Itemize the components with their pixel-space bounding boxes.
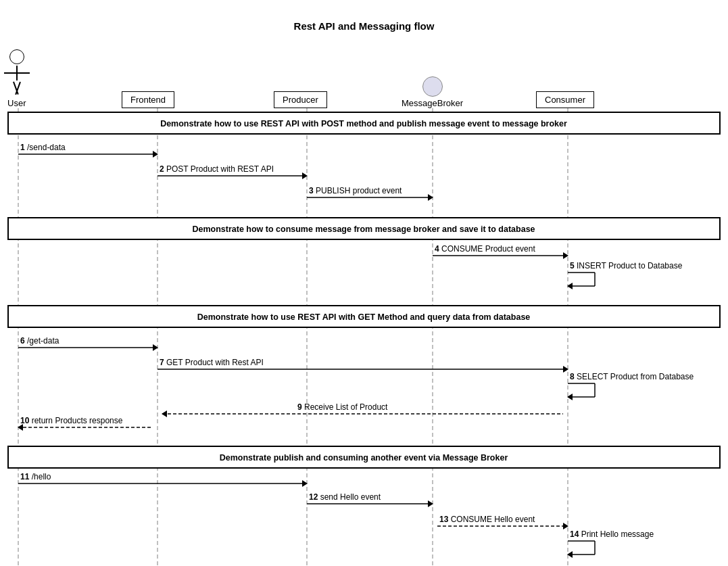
stick-arm-right — [18, 72, 30, 74]
msg14-label: 14 Print Hello message — [570, 529, 654, 539]
msg5-label: 5 INSERT Product to Database — [570, 261, 683, 270]
msg2-label: 2 POST Product with REST API — [160, 164, 274, 174]
user-label-top: User — [7, 98, 26, 108]
section2-label: Demonstrate how to consume message from … — [192, 225, 535, 234]
actor-frontend: Frontend — [122, 91, 174, 108]
msg12-label: 12 send Hello event — [309, 492, 381, 502]
messagebroker-label-top: MessageBroker — [402, 98, 463, 108]
consumer-box-top: Consumer — [536, 91, 594, 108]
msg9-arrow — [162, 410, 167, 417]
actor-user: User — [4, 49, 30, 108]
actor-producer: Producer — [274, 91, 327, 108]
msg13-label: 13 CONSUME Hello event — [439, 515, 535, 524]
msg11-label: 11 /hello — [20, 472, 51, 481]
msg1-label: 1 /send-data — [20, 143, 66, 152]
msg9-label: 9 Receive List of Product — [297, 402, 388, 412]
msg3-label: 3 PUBLISH product event — [309, 186, 402, 195]
frontend-box: Frontend — [122, 91, 174, 108]
msg10-label: 10 return Products response — [20, 416, 123, 425]
producer-box: Producer — [274, 91, 327, 108]
msg8-label: 8 SELECT Product from Database — [570, 372, 694, 381]
stick-arm-left — [4, 72, 16, 74]
stick-head — [9, 49, 24, 64]
messagebroker-circle — [422, 76, 443, 97]
msg5-arrow — [567, 283, 573, 289]
section1-label: Demonstrate how to use REST API with POS… — [160, 119, 567, 128]
user-stick — [4, 49, 30, 95]
sequence-diagram: Demonstrate how to use REST API with POS… — [0, 108, 728, 566]
msg6-label: 6 /get-data — [20, 336, 59, 346]
diagram-container: Rest API and Messaging flow — [0, 0, 728, 566]
diagram-title: Rest API and Messaging flow — [0, 14, 728, 32]
msg7-label: 7 GET Product with Rest API — [160, 358, 264, 367]
msg4-label: 4 CONSUME Product event — [435, 244, 535, 254]
actor-consumer: Consumer — [536, 91, 594, 108]
section3-label: Demonstrate how to use REST API with GET… — [197, 312, 531, 322]
actor-messagebroker: MessageBroker — [402, 76, 463, 108]
actors-top: User Frontend Producer MessageBroker Con… — [0, 44, 728, 108]
section4-label: Demonstrate publish and consuming anothe… — [220, 453, 508, 463]
